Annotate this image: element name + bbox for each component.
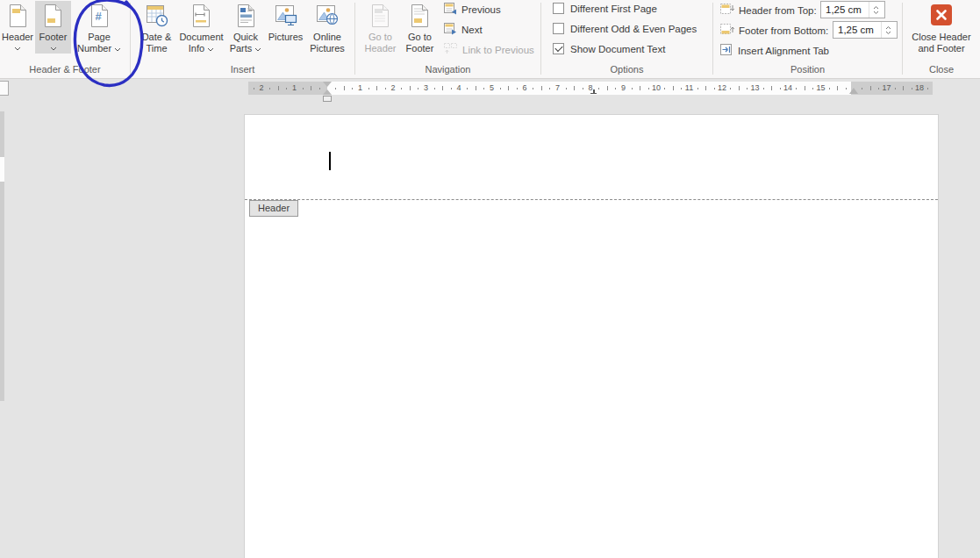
header-icon	[8, 4, 28, 32]
ruler-tick-mid	[278, 86, 279, 90]
footer-from-bottom-input[interactable]	[833, 22, 881, 38]
document-info-chevron-icon	[207, 43, 214, 54]
ruler-tick-dot	[829, 88, 830, 89]
show-document-text-option[interactable]: Show Document Text	[553, 43, 665, 54]
ruler-number: 4	[456, 82, 461, 95]
next-button[interactable]: Next	[443, 22, 483, 37]
link-to-previous-button[interactable]: Link to Previous	[443, 42, 534, 57]
group-label-header-footer: Header & Footer	[0, 64, 130, 75]
go-to-footer-icon	[410, 4, 430, 32]
header-button-label: Header	[2, 32, 33, 43]
group-label-insert: Insert	[131, 64, 354, 75]
online-pictures-label-line1: Online	[313, 32, 341, 43]
ruler-tick-mid	[476, 86, 476, 90]
header-from-top-icon	[719, 3, 734, 18]
left-indent-marker[interactable]	[323, 96, 332, 102]
different-odd-even-label: Different Odd & Even Pages	[570, 24, 697, 34]
online-pictures-icon	[315, 4, 340, 32]
ruler-number: 2	[390, 82, 395, 95]
header-from-top-spinbox[interactable]	[820, 1, 885, 18]
previous-button[interactable]: Previous	[443, 2, 501, 17]
page-number-label-line2: Number	[77, 43, 111, 54]
group-close: Close Header and Footer Close	[903, 0, 980, 78]
ruler-tick-dot	[517, 88, 518, 89]
page-number-button[interactable]: # Page Number	[74, 1, 125, 54]
ruler-tick-mid	[673, 86, 674, 90]
link-to-previous-label: Link to Previous	[462, 45, 534, 55]
header-from-top-input[interactable]	[821, 2, 869, 18]
text-cursor	[329, 152, 331, 170]
ruler-tick-dot	[895, 88, 896, 89]
ruler-tick-dot	[319, 88, 320, 89]
ruler-tick-mid	[508, 86, 509, 90]
document-info-button[interactable]: Document Info	[178, 1, 225, 54]
ruler-number: 1	[292, 82, 297, 95]
ruler-tick-dot	[352, 88, 353, 89]
date-time-label-line1: Date &	[142, 32, 172, 43]
vertical-ruler[interactable]	[0, 111, 4, 401]
ruler-number: 13	[750, 82, 759, 95]
footer-button[interactable]: Footer	[35, 1, 71, 54]
first-line-indent-marker[interactable]	[323, 82, 332, 87]
previous-label: Previous	[461, 4, 501, 15]
tab-selector-button[interactable]	[0, 81, 9, 96]
ruler-tick-dot	[780, 88, 781, 89]
header-from-top-spinner[interactable]	[869, 2, 883, 18]
header-chevron-icon	[14, 43, 21, 54]
different-first-page-option[interactable]: Different First Page	[553, 3, 657, 14]
ruler-tick-dot	[714, 88, 715, 89]
ruler-tick-mid	[870, 86, 871, 90]
date-time-button[interactable]: Date & Time	[136, 1, 177, 54]
ruler-number: 12	[718, 82, 726, 95]
ruler-tick-dot	[878, 88, 879, 89]
ruler-number: 1	[358, 82, 362, 95]
ruler-number: 14	[783, 82, 792, 95]
ruler-tick-dot	[598, 88, 599, 89]
ruler-tick-dot	[286, 88, 287, 89]
close-label-line2: and Footer	[918, 43, 964, 54]
go-to-header-label-line1: Go to	[368, 32, 392, 43]
hanging-indent-marker[interactable]	[323, 89, 332, 95]
footer-from-bottom-spinner[interactable]	[881, 22, 895, 38]
spin-down-icon	[873, 11, 879, 14]
ruler-tick-dot	[303, 88, 304, 89]
header-button[interactable]: Header	[1, 1, 34, 54]
go-to-header-icon	[370, 4, 390, 32]
group-insert: Date & Time Document Info Quick Parts	[131, 0, 354, 78]
different-odd-even-checkbox[interactable]	[553, 23, 564, 34]
different-odd-even-option[interactable]: Different Odd & Even Pages	[553, 23, 697, 34]
ruler-number: 18	[915, 82, 924, 95]
ruler-number: 2	[259, 82, 263, 95]
previous-icon	[443, 2, 457, 17]
page-number-chevron-icon	[114, 43, 121, 54]
ruler-tick-mid	[442, 86, 443, 90]
close-label-line1: Close Header	[912, 32, 970, 43]
ruler-tick-dot	[434, 88, 435, 89]
group-label-position: Position	[713, 64, 902, 75]
right-indent-marker[interactable]	[849, 88, 858, 94]
quick-parts-button[interactable]: Quick Parts	[225, 1, 266, 54]
footer-from-bottom-spinbox[interactable]	[833, 21, 898, 39]
pictures-button[interactable]: Pictures	[266, 1, 305, 43]
go-to-footer-button[interactable]: Go to Footer	[402, 1, 438, 54]
online-pictures-button[interactable]: Online Pictures	[305, 1, 349, 54]
different-first-page-checkbox[interactable]	[553, 3, 564, 14]
close-header-footer-button[interactable]: Close Header and Footer	[905, 1, 978, 54]
ruler-tick-dot	[681, 88, 682, 89]
pictures-label: Pictures	[268, 32, 304, 43]
go-to-header-button[interactable]: Go to Header	[360, 1, 401, 54]
horizontal-ruler[interactable]: 211234567891011121314151718	[248, 82, 933, 95]
go-to-footer-label-line1: Go to	[408, 32, 432, 43]
show-document-text-checkbox[interactable]	[553, 43, 564, 54]
center-tab-stop-marker[interactable]	[590, 89, 597, 94]
ruler-tick-dot	[648, 88, 649, 89]
insert-alignment-tab-button[interactable]: Insert Alignment Tab	[719, 43, 829, 58]
ruler-tick-dot	[763, 88, 764, 89]
quick-parts-label-line2: Parts	[230, 43, 253, 54]
ruler-number: 7	[555, 82, 560, 95]
document-page[interactable]: Header	[244, 114, 939, 558]
close-icon	[930, 4, 953, 32]
ruler-tick-dot	[467, 88, 468, 89]
ruler-tick-dot	[368, 88, 369, 89]
ruler-tick-mid	[903, 86, 904, 90]
